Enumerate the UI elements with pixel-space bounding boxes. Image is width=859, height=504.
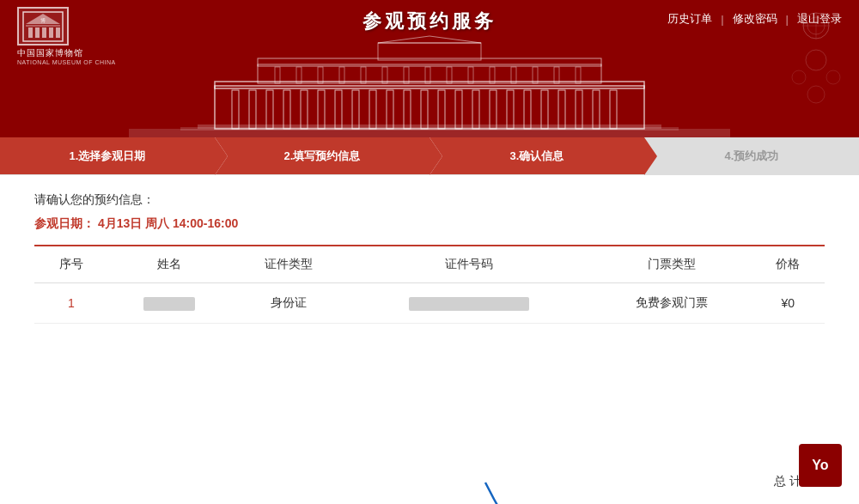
cell-id-number xyxy=(347,283,592,324)
svg-rect-50 xyxy=(576,67,581,83)
step-4: 4.预约成功 xyxy=(644,137,859,174)
id-number-blurred xyxy=(409,297,529,311)
step-1-label: 1.选择参观日期 xyxy=(70,149,146,164)
header-nav: 历史订单 | 修改密码 | 退山登录 xyxy=(667,11,842,27)
svg-rect-24 xyxy=(455,90,462,129)
logo-en-text: NATIONAL MUSEUM OF CHINA xyxy=(17,59,116,65)
step-3-label: 3.确认信息 xyxy=(510,149,564,164)
svg-point-61 xyxy=(807,86,825,103)
step-3: 3.确认信息 xyxy=(430,137,644,174)
svg-rect-31 xyxy=(576,90,582,129)
svg-rect-42 xyxy=(404,67,409,83)
step-4-label: 4.预约成功 xyxy=(725,149,779,164)
step-2-label: 2.填写预约信息 xyxy=(284,149,361,164)
table-header-row: 序号 姓名 证件类型 证件号码 门票类型 价格 xyxy=(34,246,825,283)
col-name: 姓名 xyxy=(108,246,231,283)
svg-rect-21 xyxy=(404,90,411,129)
svg-rect-19 xyxy=(369,90,376,129)
history-orders-link[interactable]: 历史订单 xyxy=(667,11,712,27)
svg-rect-5 xyxy=(49,27,53,38)
svg-rect-20 xyxy=(387,90,393,129)
submit-arrow-icon xyxy=(472,478,515,504)
svg-rect-10 xyxy=(215,86,644,129)
booking-table: 序号 姓名 证件类型 证件号码 门票类型 价格 1 身份证 免 xyxy=(34,246,825,324)
svg-rect-45 xyxy=(468,67,473,83)
header: 博 中国国家博物馆 NATIONAL MUSEUM OF CHINA 参观预约服… xyxy=(0,0,859,137)
svg-rect-22 xyxy=(421,90,428,129)
col-id-type: 证件类型 xyxy=(230,246,347,283)
svg-rect-25 xyxy=(472,90,479,129)
logo-icon: 博 xyxy=(21,10,64,43)
svg-rect-41 xyxy=(382,67,387,83)
user-avatar[interactable]: Yo xyxy=(799,444,842,487)
svg-rect-30 xyxy=(558,90,565,129)
svg-rect-11 xyxy=(232,90,239,129)
svg-rect-34 xyxy=(215,82,644,88)
total-row: 总 计 ¥0 xyxy=(0,458,859,491)
svg-point-62 xyxy=(792,70,806,84)
svg-rect-13 xyxy=(266,90,273,129)
cell-price: ¥0 xyxy=(751,283,825,324)
svg-rect-4 xyxy=(42,27,46,38)
svg-point-63 xyxy=(826,70,840,84)
svg-rect-38 xyxy=(318,67,323,83)
svg-rect-43 xyxy=(425,67,430,83)
svg-rect-28 xyxy=(524,90,531,129)
logo-cn-text: 中国国家博物馆 xyxy=(17,47,83,59)
svg-rect-2 xyxy=(28,27,33,38)
svg-rect-39 xyxy=(339,67,344,83)
visit-date-value: 4月13日 周八 14:00-16:00 xyxy=(98,216,238,230)
svg-rect-15 xyxy=(301,90,308,129)
page-title: 参观预约服务 xyxy=(362,9,497,34)
name-blurred xyxy=(143,297,195,311)
svg-rect-27 xyxy=(507,90,514,129)
nav-divider-2: | xyxy=(786,13,789,26)
arrow-annotation xyxy=(472,478,515,504)
confirm-prompt: 请确认您的预约信息： xyxy=(34,192,825,208)
svg-rect-37 xyxy=(296,67,302,83)
svg-rect-48 xyxy=(533,67,538,83)
svg-rect-55 xyxy=(180,127,679,131)
buttons-area: 返回修改 提交预约 xyxy=(0,491,859,504)
svg-rect-17 xyxy=(335,90,342,129)
svg-rect-26 xyxy=(490,90,497,129)
svg-rect-44 xyxy=(447,67,452,83)
svg-rect-6 xyxy=(56,27,60,38)
svg-rect-16 xyxy=(318,90,325,129)
svg-rect-14 xyxy=(283,90,290,129)
svg-rect-36 xyxy=(275,67,280,83)
col-seq: 序号 xyxy=(34,246,108,283)
change-password-link[interactable]: 修改密码 xyxy=(733,11,777,27)
main-content: 请确认您的预约信息： 参观日期： 4月13日 周八 14:00-16:00 序号… xyxy=(0,175,859,458)
table-row: 1 身份证 免费参观门票 ¥0 xyxy=(34,283,825,324)
col-price: 价格 xyxy=(751,246,825,283)
svg-rect-3 xyxy=(35,27,40,38)
step-2: 2.填写预约信息 xyxy=(215,137,430,174)
svg-rect-33 xyxy=(610,90,617,129)
total-label: 总 计 xyxy=(774,474,801,489)
svg-rect-32 xyxy=(593,90,600,129)
svg-rect-29 xyxy=(541,90,548,129)
svg-rect-18 xyxy=(352,90,359,129)
cell-seq: 1 xyxy=(34,283,108,324)
svg-text:博: 博 xyxy=(40,18,46,23)
cell-ticket-type: 免费参观门票 xyxy=(592,283,751,324)
nav-divider-1: | xyxy=(721,13,723,26)
svg-rect-49 xyxy=(554,67,559,83)
visit-date-label: 参观日期： xyxy=(34,216,94,230)
museum-logo: 博 xyxy=(17,7,69,46)
svg-rect-47 xyxy=(511,67,516,83)
visit-date: 参观日期： 4月13日 周八 14:00-16:00 xyxy=(34,216,825,232)
cell-name xyxy=(108,283,231,324)
svg-rect-12 xyxy=(249,90,256,129)
svg-rect-46 xyxy=(490,67,495,83)
svg-rect-23 xyxy=(438,90,445,129)
logout-link[interactable]: 退山登录 xyxy=(797,11,842,27)
svg-rect-40 xyxy=(361,67,366,83)
col-id-number: 证件号码 xyxy=(347,246,592,283)
logo-area: 博 中国国家博物馆 NATIONAL MUSEUM OF CHINA xyxy=(17,7,116,65)
header-top: 博 中国国家博物馆 NATIONAL MUSEUM OF CHINA 参观预约服… xyxy=(0,0,859,65)
steps-bar: 1.选择参观日期 2.填写预约信息 3.确认信息 4.预约成功 xyxy=(0,137,859,175)
col-ticket-type: 门票类型 xyxy=(592,246,751,283)
cell-id-type: 身份证 xyxy=(230,283,347,324)
